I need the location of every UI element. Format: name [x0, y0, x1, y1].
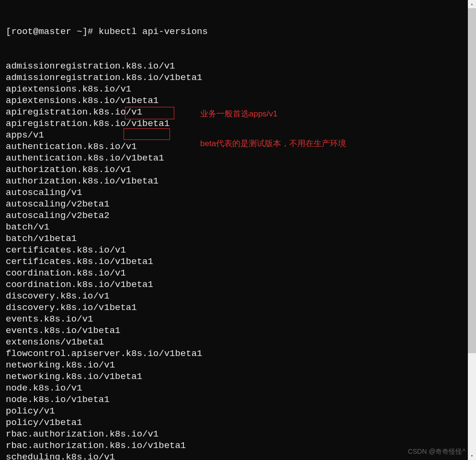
- highlight-box-v1beta1: [125, 107, 174, 119]
- output-line: policy/v1beta1: [6, 417, 470, 428]
- output-line: autoscaling/v2beta1: [6, 198, 470, 210]
- output-line: authorization.k8s.io/v1: [6, 164, 470, 175]
- annotation-beta: beta代表的是测试版本，不用在生产环境: [200, 138, 346, 149]
- output-line: networking.k8s.io/v1beta1: [6, 371, 470, 382]
- output-line: certificates.k8s.io/v1beta1: [6, 256, 470, 267]
- chevron-down-icon: ▾: [471, 453, 473, 459]
- watermark-text: CSDN @奇奇怪怪^: [408, 448, 465, 456]
- output-line: autoscaling/v2beta2: [6, 210, 470, 221]
- output-line: discovery.k8s.io/v1: [6, 290, 470, 302]
- output-line: discovery.k8s.io/v1beta1: [6, 302, 470, 313]
- output-line: coordination.k8s.io/v1beta1: [6, 279, 470, 290]
- output-line: batch/v1beta1: [6, 233, 470, 244]
- output-line: flowcontrol.apiserver.k8s.io/v1beta1: [6, 348, 470, 359]
- vertical-scrollbar[interactable]: ▴ ▾: [468, 0, 476, 460]
- shell-prompt: [root@master ~]#: [6, 26, 99, 37]
- output-line: coordination.k8s.io/v1: [6, 267, 470, 279]
- output-line: admissionregistration.k8s.io/v1: [6, 60, 470, 72]
- output-line: node.k8s.io/v1: [6, 382, 470, 394]
- output-line: authorization.k8s.io/v1beta1: [6, 175, 470, 187]
- chevron-up-icon: ▴: [471, 1, 473, 7]
- output-line: apiregistration.k8s.io/v1beta1: [6, 118, 470, 129]
- output-line: events.k8s.io/v1: [6, 313, 470, 325]
- scroll-thumb[interactable]: [468, 8, 476, 353]
- output-line: networking.k8s.io/v1: [6, 359, 470, 371]
- terminal-area[interactable]: [root@master ~]# kubectl api-versions ad…: [0, 0, 476, 460]
- output-line: extensions/v1beta1: [6, 336, 470, 348]
- annotation-apps-v1: 业务一般首选apps/v1: [200, 108, 278, 119]
- output-line: rbac.authorization.k8s.io/v1: [6, 428, 470, 440]
- output-line: events.k8s.io/v1beta1: [6, 325, 470, 336]
- output-line: scheduling.k8s.io/v1: [6, 451, 470, 460]
- command-output: admissionregistration.k8s.io/v1admission…: [6, 60, 470, 460]
- output-line: authentication.k8s.io/v1beta1: [6, 152, 470, 164]
- scroll-up-button[interactable]: ▴: [468, 0, 476, 8]
- output-line: apiextensions.k8s.io/v1beta1: [6, 95, 470, 106]
- output-line: rbac.authorization.k8s.io/v1beta1: [6, 440, 470, 451]
- output-line: certificates.k8s.io/v1: [6, 244, 470, 256]
- output-line: batch/v1: [6, 221, 470, 233]
- output-line: node.k8s.io/v1beta1: [6, 394, 470, 405]
- shell-command: kubectl api-versions: [99, 26, 208, 37]
- output-line: apiextensions.k8s.io/v1: [6, 83, 470, 95]
- scroll-down-button[interactable]: ▾: [468, 452, 476, 460]
- output-line: autoscaling/v1: [6, 187, 470, 198]
- highlight-box-v1beta1-authz: [124, 128, 170, 140]
- output-line: policy/v1: [6, 405, 470, 417]
- output-line: admissionregistration.k8s.io/v1beta1: [6, 72, 470, 83]
- command-line: [root@master ~]# kubectl api-versions: [6, 26, 470, 37]
